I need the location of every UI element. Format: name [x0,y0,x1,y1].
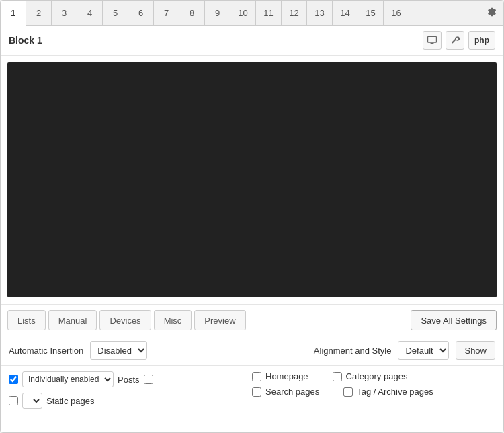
individually-enabled-select[interactable]: Individually enabled [22,371,114,387]
automatic-insertion-select[interactable]: Disabled Enabled [90,341,147,360]
static-pages-checkbox[interactable] [9,396,18,405]
static-pages-label: Static pages [46,396,95,406]
tab-16[interactable]: 16 [384,1,409,25]
wrench-button[interactable] [446,31,464,50]
checkbox-section: Individually enabled Posts Static pages … [1,366,503,414]
gear-icon [486,7,497,18]
search-pages-label: Search pages [265,387,319,397]
tag-archive-label: Tag / Archive pages [357,387,433,397]
settings-row: Automatic Insertion Disabled Enabled Ali… [1,336,503,366]
search-pages-row: Search pages Tag / Archive pages [252,387,495,397]
tab-13[interactable]: 13 [307,1,333,25]
right-checkbox-col: Homepage Category pages Search pages Tag… [252,371,495,409]
tab-9[interactable]: 9 [205,1,230,25]
bottom-tab-bar: Lists Manual Devices Misc Preview Save A… [1,304,503,336]
svg-rect-2 [429,44,435,44]
tab-preview[interactable]: Preview [194,310,245,330]
homepage-checkbox[interactable] [252,372,261,381]
tab-12[interactable]: 12 [282,1,307,25]
tab-7[interactable]: 7 [154,1,179,25]
tag-archive-checkbox[interactable] [343,387,353,397]
svg-rect-1 [431,43,434,44]
individually-enabled-row: Individually enabled Posts [9,371,252,387]
homepage-row: Homepage Category pages [252,371,495,381]
left-checkbox-col: Individually enabled Posts Static pages [9,371,252,409]
tab-4[interactable]: 4 [77,1,103,25]
homepage-label: Homepage [265,371,308,381]
posts-label: Posts [118,375,140,385]
alignment-style-select[interactable]: Default [398,341,449,360]
tab-11[interactable]: 11 [256,1,282,25]
php-button[interactable]: php [468,31,495,50]
tab-2[interactable]: 2 [26,1,52,25]
category-pages-checkbox[interactable] [333,372,342,381]
tab-6[interactable]: 6 [128,1,154,25]
tab-manual[interactable]: Manual [48,310,97,330]
svg-rect-0 [428,36,437,42]
tab-settings[interactable] [478,1,503,25]
tab-1[interactable]: 1 [1,1,26,26]
tab-15[interactable]: 15 [358,1,384,25]
tab-lists[interactable]: Lists [7,310,46,330]
block-header: Block 1 php [1,26,503,56]
tab-5[interactable]: 5 [103,1,128,25]
individually-enabled-checkbox[interactable] [9,375,18,384]
static-pages-select[interactable] [22,393,42,409]
monitor-icon [427,35,437,46]
tab-8[interactable]: 8 [179,1,205,25]
block-title: Block 1 [9,35,42,46]
tab-10[interactable]: 10 [230,1,256,25]
tab-14[interactable]: 14 [333,1,358,25]
static-pages-row: Static pages [9,393,252,409]
tab-misc[interactable]: Misc [154,310,192,330]
alignment-style-label: Alignment and Style [314,346,392,356]
show-button[interactable]: Show [456,341,495,360]
tab-3[interactable]: 3 [52,1,77,25]
block-header-icons: php [423,31,495,50]
preview-area [7,62,497,297]
category-pages-label: Category pages [346,371,408,381]
posts-checkbox[interactable] [144,375,153,384]
monitor-button[interactable] [423,31,442,50]
automatic-insertion-label: Automatic Insertion [9,346,83,356]
wrench-icon [450,36,460,45]
tab-bar: 1 2 3 4 5 6 7 8 9 10 11 12 13 14 15 16 [1,1,503,26]
save-all-button[interactable]: Save All Settings [411,310,497,330]
tab-devices[interactable]: Devices [99,310,151,330]
search-pages-checkbox[interactable] [252,387,261,397]
